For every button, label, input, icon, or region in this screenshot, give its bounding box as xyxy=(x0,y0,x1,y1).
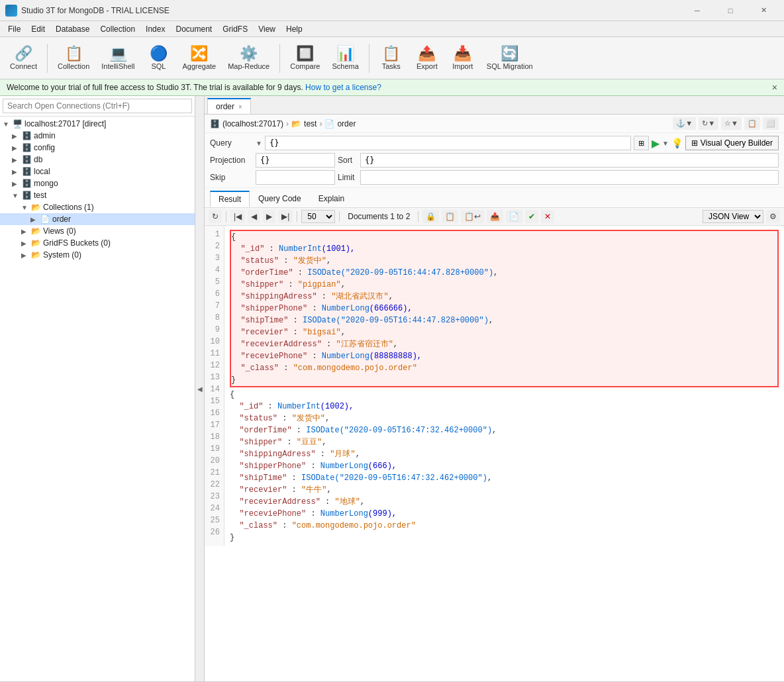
tree-item-config[interactable]: ▶ 🗄️ config xyxy=(0,142,195,154)
tree-item-order[interactable]: ▶ 📄 order xyxy=(0,213,195,225)
menu-view[interactable]: View xyxy=(253,23,281,35)
trial-notice-close[interactable]: × xyxy=(772,82,777,93)
sql-migration-button[interactable]: 🔄 SQL Migration xyxy=(482,40,538,77)
lock-button[interactable]: 🔒 xyxy=(422,210,439,223)
copy-result-button[interactable]: 📋 xyxy=(442,210,458,223)
query-input[interactable] xyxy=(265,136,631,150)
view-type-select[interactable]: JSON View Table View Tree View xyxy=(703,210,763,223)
tab-close-order[interactable]: × xyxy=(238,103,242,111)
import-button[interactable]: 📥 Import xyxy=(446,40,479,77)
collection-label: Collection xyxy=(58,62,89,70)
next-page-button[interactable]: ▶ xyxy=(263,210,275,223)
tree-arrow-test[interactable]: ▼ xyxy=(12,192,20,199)
delete-button[interactable]: ✕ xyxy=(541,210,554,223)
tab-result[interactable]: Result xyxy=(210,191,250,207)
run-query-button[interactable]: ▶ xyxy=(652,137,660,150)
check-button[interactable]: ✔ xyxy=(525,210,538,223)
tree-item-db[interactable]: ▶ 🗄️ db xyxy=(0,154,195,166)
projection-input[interactable] xyxy=(256,153,335,168)
code-line-18: "shipper" : "豆豆", xyxy=(230,436,779,448)
tree-item-views[interactable]: ▶ 📂 Views (0) xyxy=(0,225,195,237)
anchor-button[interactable]: ⚓▼ xyxy=(673,117,696,130)
tree-arrow-collections[interactable]: ▼ xyxy=(21,204,29,211)
sql-button[interactable]: 🔵 SQL xyxy=(142,40,175,77)
tree-arrow-localhost[interactable]: ▼ xyxy=(3,121,11,128)
tree-item-mongo[interactable]: ▶ 🗄️ mongo xyxy=(0,177,195,189)
menu-file[interactable]: File xyxy=(3,23,26,35)
code-line-19: "shippingAdress" : "月球", xyxy=(230,448,779,460)
tree-arrow-system[interactable]: ▶ xyxy=(21,252,29,259)
menu-database[interactable]: Database xyxy=(50,23,95,35)
tab-explain[interactable]: Explain xyxy=(310,191,353,207)
tree-arrow-gridfs[interactable]: ▶ xyxy=(21,240,29,247)
tree-arrow-local[interactable]: ▶ xyxy=(12,168,20,175)
minimize-button[interactable]: ─ xyxy=(682,0,712,21)
menu-help[interactable]: Help xyxy=(281,23,308,35)
tree-item-gridfs[interactable]: ▶ 📂 GridFS Buckets (0) xyxy=(0,237,195,249)
maximize-button[interactable]: □ xyxy=(715,0,746,21)
search-input[interactable] xyxy=(3,99,192,113)
query-format-button[interactable]: ⊞ xyxy=(634,136,649,150)
settings-result-button[interactable]: ⚙ xyxy=(766,210,780,223)
titlebar: Studio 3T for MongoDB - TRIAL LICENSE ─ … xyxy=(0,0,784,21)
paste-button[interactable]: 📋↩ xyxy=(461,210,484,223)
tree-label-localhost: localhost:27017 [direct] xyxy=(24,119,106,128)
close-button[interactable]: ✕ xyxy=(748,0,779,21)
menu-document[interactable]: Document xyxy=(170,23,217,35)
collection-button[interactable]: 📋 Collection xyxy=(53,40,94,77)
query-dropdown-arrow[interactable]: ▼ xyxy=(256,140,262,147)
skip-input[interactable] xyxy=(256,170,335,185)
sort-input[interactable] xyxy=(360,153,779,168)
menu-gridfs[interactable]: GridFS xyxy=(217,23,253,35)
refresh-result-button[interactable]: ↻ xyxy=(209,210,222,223)
export-result-button[interactable]: 📤 xyxy=(487,210,503,223)
breadcrumb-collection: order xyxy=(337,119,356,128)
intellishell-button[interactable]: 💻 IntelliShell xyxy=(97,40,139,77)
tree-item-system[interactable]: ▶ 📂 System (0) xyxy=(0,249,195,261)
code-line-22: "recevier" : "牛牛", xyxy=(230,484,779,496)
menu-collection[interactable]: Collection xyxy=(95,23,140,35)
visual-query-builder-button[interactable]: ⊞ Visual Query Builder xyxy=(685,136,779,150)
breadcrumb-actions: ⚓▼ ↻▼ ☆▼ 📋 ⬜ xyxy=(673,117,779,130)
tree-label-system: System (0) xyxy=(43,250,81,260)
tab-query-code[interactable]: Query Code xyxy=(250,191,310,207)
first-page-button[interactable]: |◀ xyxy=(230,210,245,223)
tab-order[interactable]: order × xyxy=(207,98,251,114)
connect-button[interactable]: 🔗 Connect xyxy=(5,40,42,77)
tree-item-collections[interactable]: ▼ 📂 Collections (1) xyxy=(0,201,195,213)
schema-button[interactable]: 📊 Schema xyxy=(327,40,363,77)
run-dropdown-arrow[interactable]: ▼ xyxy=(662,140,669,147)
tree-arrow-db[interactable]: ▶ xyxy=(12,156,20,164)
tree-arrow-admin[interactable]: ▶ xyxy=(12,132,20,140)
copy-button[interactable]: 📋 xyxy=(744,117,760,130)
expand-button[interactable]: ⬜ xyxy=(763,117,779,130)
map-reduce-button[interactable]: ⚙️ Map-Reduce xyxy=(223,40,274,77)
sidebar-toggle[interactable]: ◀ xyxy=(195,96,205,681)
tree-arrow-views[interactable]: ▶ xyxy=(21,228,29,235)
menu-edit[interactable]: Edit xyxy=(26,23,50,35)
limit-input[interactable] xyxy=(360,170,779,185)
last-page-button[interactable]: ▶| xyxy=(278,210,293,223)
trial-license-link[interactable]: How to get a license? xyxy=(305,83,381,92)
menu-index[interactable]: Index xyxy=(140,23,170,35)
page-size-select[interactable]: 50 100 200 xyxy=(301,210,335,223)
map-reduce-icon: ⚙️ xyxy=(240,46,258,61)
export-button[interactable]: 📤 Export xyxy=(411,40,444,77)
sql-label: SQL xyxy=(151,62,166,70)
tree-item-test[interactable]: ▼ 🗄️ test xyxy=(0,189,195,201)
tasks-button[interactable]: 📋 Tasks xyxy=(375,40,408,77)
tree-item-admin[interactable]: ▶ 🗄️ admin xyxy=(0,130,195,142)
tree-arrow-config[interactable]: ▶ xyxy=(12,144,20,152)
tree-item-local[interactable]: ▶ 🗄️ local xyxy=(0,166,195,177)
doc-button[interactable]: 📄 xyxy=(506,210,522,223)
compare-button[interactable]: 🔲 Compare xyxy=(285,40,324,77)
db-icon-config: 🗄️ xyxy=(22,143,32,152)
star-button[interactable]: ☆▼ xyxy=(721,117,742,130)
tree-item-localhost[interactable]: ▼ 🖥️ localhost:27017 [direct] xyxy=(0,118,195,130)
tree-arrow-order[interactable]: ▶ xyxy=(30,216,38,223)
refresh-button[interactable]: ↻▼ xyxy=(699,117,718,130)
aggregate-button[interactable]: 🔀 Aggregate xyxy=(177,40,220,77)
tree-arrow-mongo[interactable]: ▶ xyxy=(12,180,20,187)
prev-page-button[interactable]: ◀ xyxy=(248,210,260,223)
hint-button[interactable]: 💡 xyxy=(671,138,683,148)
